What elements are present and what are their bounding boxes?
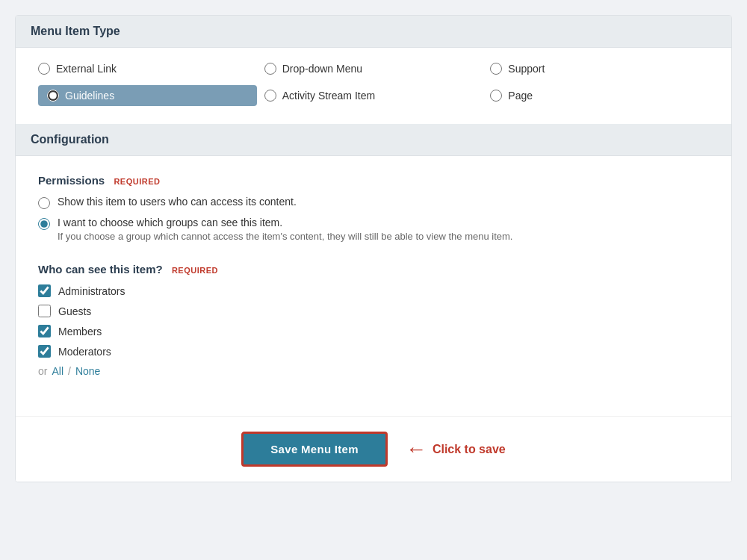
who-can-see-title: Who can see this item? REQUIRED — [38, 263, 709, 276]
checkbox-administrators[interactable]: Administrators — [38, 284, 709, 297]
radio-label-guidelines: Guidelines — [65, 90, 114, 102]
radio-support[interactable] — [490, 63, 502, 75]
radio-option-support[interactable]: Support — [490, 63, 709, 75]
radio-option-dropdown-menu[interactable]: Drop-down Menu — [264, 63, 483, 75]
radio-option-page[interactable]: Page — [490, 85, 709, 106]
perm-choose-label: I want to choose which groups can see th… — [58, 217, 512, 228]
main-container: Menu Item Type External Link Drop-down M… — [15, 15, 732, 482]
checkbox-moderators-input[interactable] — [38, 345, 51, 358]
moderators-label: Moderators — [58, 346, 111, 358]
perm-choose-description: If you choose a group which cannot acces… — [58, 231, 512, 242]
who-can-see-required: REQUIRED — [172, 266, 218, 275]
arrow-left-icon: ← — [406, 438, 427, 461]
checkbox-administrators-input[interactable] — [38, 284, 51, 297]
menu-item-type-title: Menu Item Type — [31, 25, 120, 37]
radio-label-external-link: External Link — [56, 63, 117, 75]
administrators-label: Administrators — [58, 285, 125, 297]
permissions-options: Show this item to users who can access i… — [38, 196, 709, 242]
radio-page[interactable] — [490, 90, 502, 102]
radio-perm-choose[interactable] — [38, 218, 50, 230]
perm-auto-option[interactable]: Show this item to users who can access i… — [38, 196, 709, 209]
perm-auto-label: Show this item to users who can access i… — [58, 196, 297, 208]
radio-label-support: Support — [508, 63, 545, 75]
menu-item-type-header: Menu Item Type — [16, 16, 731, 48]
radio-external-link[interactable] — [38, 63, 50, 75]
checkbox-list: Administrators Guests Members Moderators — [38, 284, 709, 358]
all-none-or-label: or — [38, 365, 47, 377]
radio-dropdown-menu[interactable] — [264, 63, 276, 75]
checkbox-guests-input[interactable] — [38, 305, 51, 317]
configuration-body: Permissions REQUIRED Show this item to u… — [16, 156, 731, 416]
perm-choose-option[interactable]: I want to choose which groups can see th… — [38, 217, 709, 242]
none-link[interactable]: None — [75, 365, 100, 377]
radio-option-activity-stream[interactable]: Activity Stream Item — [264, 85, 483, 106]
all-link[interactable]: All — [52, 365, 63, 377]
checkbox-guests[interactable]: Guests — [38, 305, 709, 317]
menu-item-type-grid: External Link Drop-down Menu Support Gui… — [38, 63, 709, 106]
members-label: Members — [58, 326, 102, 337]
configuration-header: Configuration — [16, 124, 731, 156]
all-none-row: or All / None — [38, 365, 709, 377]
radio-perm-auto[interactable] — [38, 197, 50, 209]
who-can-see-section: Who can see this item? REQUIRED Administ… — [38, 263, 709, 377]
radio-option-guidelines[interactable]: Guidelines — [38, 85, 257, 106]
radio-activity-stream[interactable] — [264, 90, 276, 102]
click-to-save-label: Click to save — [433, 443, 506, 456]
checkbox-members[interactable]: Members — [38, 325, 709, 337]
all-none-separator: / — [68, 365, 71, 377]
checkbox-moderators[interactable]: Moderators — [38, 345, 709, 358]
save-menu-item-button[interactable]: Save Menu Item — [241, 432, 388, 467]
checkbox-members-input[interactable] — [38, 325, 51, 337]
click-to-save-area: ← Click to save — [406, 438, 506, 461]
footer-area: Save Menu Item ← Click to save — [16, 416, 731, 482]
configuration-title: Configuration — [31, 133, 109, 146]
permissions-required: REQUIRED — [114, 177, 160, 186]
radio-option-external-link[interactable]: External Link — [38, 63, 257, 75]
radio-label-page: Page — [508, 90, 533, 102]
menu-item-type-body: External Link Drop-down Menu Support Gui… — [16, 48, 731, 124]
guests-label: Guests — [58, 305, 91, 317]
radio-label-activity-stream: Activity Stream Item — [282, 90, 375, 102]
radio-label-dropdown-menu: Drop-down Menu — [282, 63, 362, 75]
perm-choose-content: I want to choose which groups can see th… — [58, 217, 512, 242]
permissions-section: Permissions REQUIRED Show this item to u… — [38, 174, 709, 242]
radio-guidelines[interactable] — [47, 90, 59, 102]
permissions-title: Permissions REQUIRED — [38, 174, 709, 187]
